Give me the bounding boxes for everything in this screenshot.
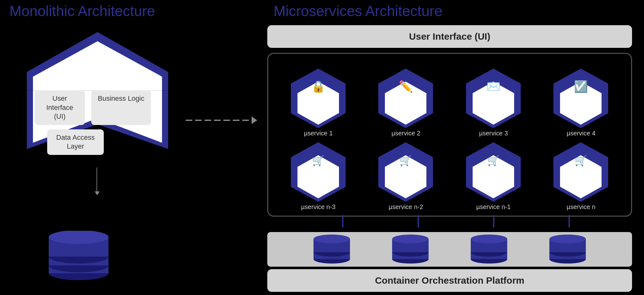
service-hex-n: 🛒 bbox=[552, 140, 610, 201]
svg-point-54 bbox=[549, 235, 586, 243]
ui-bar: User Interface (UI) bbox=[267, 25, 632, 48]
db-svg-1 bbox=[311, 235, 352, 264]
transition-arrow bbox=[186, 116, 257, 124]
service-hex-2: ✏️ bbox=[377, 66, 435, 128]
arrow-head bbox=[252, 116, 257, 124]
service-label-n1: µservice n-1 bbox=[476, 203, 511, 211]
service-label-2: µservice 2 bbox=[391, 130, 420, 137]
connector-1 bbox=[342, 215, 343, 228]
ui-box: UserInterface (UI) bbox=[35, 90, 85, 125]
dash-1 bbox=[186, 120, 192, 121]
db-svg-2 bbox=[390, 235, 431, 264]
mono-db-line bbox=[97, 167, 97, 193]
connector-lines bbox=[289, 215, 623, 228]
dash-4 bbox=[214, 120, 221, 121]
service-item-n3: 🛒 µservice n-3 bbox=[275, 137, 362, 211]
container-bar: Container Orchestration Platform bbox=[267, 269, 632, 292]
svg-point-39 bbox=[314, 235, 350, 243]
service-item-n: 🛒 µservice n bbox=[537, 137, 625, 211]
svg-text:☑️: ☑️ bbox=[574, 80, 588, 93]
connector-4 bbox=[569, 215, 570, 228]
diagram-container: Monolithic Architecture UserInterface (U… bbox=[0, 0, 644, 295]
services-grid: 🔒 µservice 1 ✏️ µservice 2 bbox=[268, 54, 631, 205]
microservices-title: Microservices Architecture bbox=[274, 3, 641, 20]
mono-db-svg bbox=[44, 231, 113, 281]
svg-text:🔒: 🔒 bbox=[311, 80, 325, 93]
service-item-4: ☑️ µservice 4 bbox=[537, 63, 625, 137]
hex-shape-container: UserInterface (UI) Business Logic Data A… bbox=[19, 29, 176, 164]
container-bar-text: Container Orchestration Platform bbox=[375, 275, 524, 286]
monolithic-title: Monolithic Architecture bbox=[9, 3, 155, 20]
svg-text:🛒: 🛒 bbox=[575, 155, 587, 167]
ui-bar-text: User Interface (UI) bbox=[409, 31, 490, 42]
dal-box: Data AccessLayer bbox=[47, 129, 104, 155]
svg-point-44 bbox=[392, 235, 429, 243]
dash-3 bbox=[204, 120, 211, 121]
service-label-n3: µservice n-3 bbox=[301, 203, 336, 211]
mono-database bbox=[44, 231, 113, 282]
dash-6 bbox=[233, 120, 240, 121]
service-item-3: ✉️ µservice 3 bbox=[450, 63, 537, 137]
service-hex-1: 🔒 bbox=[289, 66, 347, 128]
svg-point-10 bbox=[49, 231, 108, 244]
service-label-n: µservice n bbox=[567, 203, 596, 211]
db-svg-3 bbox=[469, 235, 509, 264]
svg-text:🛒: 🛒 bbox=[399, 155, 412, 167]
connector-2 bbox=[418, 215, 419, 228]
svg-text:✏️: ✏️ bbox=[399, 80, 413, 93]
service-item-n2: 🛒 µservice n-2 bbox=[362, 137, 450, 211]
service-label-3: µservice 3 bbox=[479, 130, 508, 137]
hex-inner-labels: UserInterface (UI) Business Logic Data A… bbox=[28, 90, 167, 155]
service-item-1: 🔒 µservice 1 bbox=[275, 63, 362, 137]
dash-7 bbox=[242, 120, 249, 121]
svg-text:✉️: ✉️ bbox=[486, 80, 500, 93]
dash-2 bbox=[195, 120, 202, 121]
service-label-1: µservice 1 bbox=[304, 130, 333, 137]
monolithic-section: Monolithic Architecture UserInterface (U… bbox=[0, 0, 195, 295]
mono-db-arrow bbox=[95, 191, 100, 195]
svg-text:🛒: 🛒 bbox=[312, 155, 325, 167]
service-hex-3: ✉️ bbox=[464, 66, 523, 128]
db-cylinder-2 bbox=[390, 235, 431, 264]
service-label-4: µservice 4 bbox=[567, 130, 596, 137]
connector-3 bbox=[493, 215, 494, 228]
dashed-arrow-group bbox=[186, 116, 257, 124]
svg-text:🛒: 🛒 bbox=[487, 155, 500, 167]
service-hex-n1: 🛒 bbox=[464, 140, 523, 201]
microservices-section: Microservices Architecture User Interfac… bbox=[258, 0, 641, 295]
service-label-n2: µservice n-2 bbox=[389, 203, 423, 211]
service-item-n1: 🛒 µservice n-1 bbox=[450, 137, 537, 211]
service-hex-n3: 🛒 bbox=[289, 140, 347, 201]
service-hex-n2: 🛒 bbox=[377, 140, 435, 201]
service-hex-4: ☑️ bbox=[552, 66, 610, 128]
db-row bbox=[267, 232, 632, 267]
svg-point-49 bbox=[471, 235, 507, 243]
services-container: 🔒 µservice 1 ✏️ µservice 2 bbox=[267, 53, 632, 217]
db-svg-4 bbox=[547, 235, 588, 264]
db-cylinder-3 bbox=[469, 235, 509, 264]
bl-box: Business Logic bbox=[91, 90, 151, 125]
db-cylinder-1 bbox=[311, 235, 352, 264]
service-item-2: ✏️ µservice 2 bbox=[362, 63, 450, 137]
db-cylinder-4 bbox=[547, 235, 588, 264]
dash-5 bbox=[223, 120, 230, 121]
